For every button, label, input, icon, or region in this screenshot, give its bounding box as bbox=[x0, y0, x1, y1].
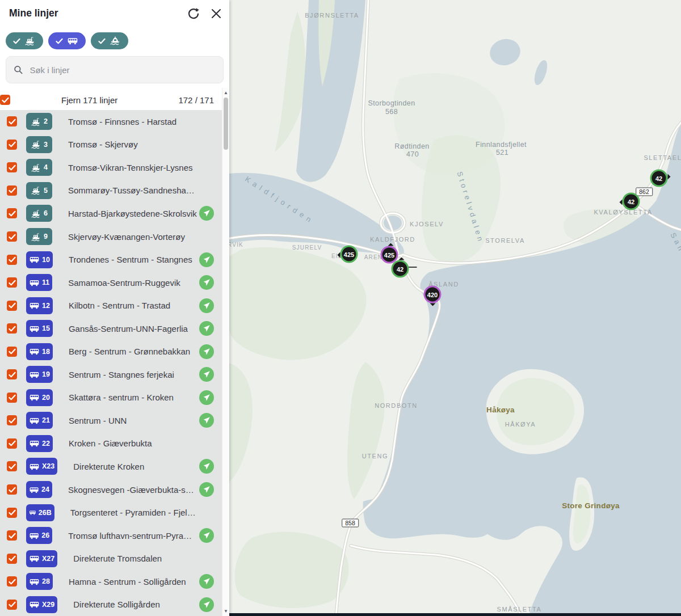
close-button[interactable] bbox=[209, 7, 224, 22]
line-badge: 22 bbox=[26, 435, 53, 452]
vehicle-marker[interactable]: 42 bbox=[650, 170, 668, 187]
line-checkbox[interactable] bbox=[7, 530, 17, 541]
live-position-icon[interactable] bbox=[199, 482, 214, 497]
line-name: Direkterute Tromsdalen bbox=[73, 554, 197, 563]
line-checkbox[interactable] bbox=[7, 508, 17, 518]
map-bottom-edge bbox=[229, 613, 681, 616]
line-row[interactable]: 22 Kroken - Giæverbukta bbox=[0, 432, 222, 455]
line-row[interactable]: X27 Direkterute Tromsdalen bbox=[0, 547, 222, 570]
vehicle-icon bbox=[31, 233, 41, 241]
line-checkbox[interactable] bbox=[7, 277, 17, 288]
live-position-icon[interactable] bbox=[199, 574, 214, 589]
line-checkbox[interactable] bbox=[7, 231, 17, 242]
line-checkbox[interactable] bbox=[7, 438, 17, 449]
live-position-icon[interactable] bbox=[199, 390, 214, 405]
live-position-icon[interactable] bbox=[199, 206, 214, 221]
line-name: Tromsø - Skjervøy bbox=[68, 140, 197, 149]
line-row[interactable]: 10 Trondenes - Sentrum - Stangnes bbox=[0, 248, 222, 271]
scroll-down-arrow[interactable]: ▼ bbox=[222, 609, 229, 614]
close-icon bbox=[210, 7, 222, 20]
vehicle-marker[interactable]: 42 bbox=[392, 260, 409, 278]
line-checkbox[interactable] bbox=[7, 140, 17, 150]
line-checkbox[interactable] bbox=[7, 461, 17, 471]
map-label: Storelvdalen bbox=[455, 171, 485, 245]
search-input[interactable] bbox=[28, 65, 216, 75]
map-label: KJOSELV bbox=[410, 221, 444, 227]
line-row[interactable]: 6 Harstad-Bjarkøystedene-Skrolsvik bbox=[0, 202, 222, 225]
check-icon bbox=[98, 38, 106, 44]
line-row[interactable]: 4 Tromsø-Vikran-Tennskjer-Lysnes bbox=[0, 156, 222, 179]
scrollbar-thumb[interactable] bbox=[224, 98, 228, 150]
vehicle-icon bbox=[29, 370, 40, 379]
line-checkbox[interactable] bbox=[7, 162, 17, 172]
line-checkbox[interactable] bbox=[7, 347, 17, 357]
line-row[interactable]: 5 Sommarøy-Tussøy-Sandneshamn bbox=[0, 179, 222, 202]
line-row[interactable]: 24 Skognesvegen -Giæverbukta-sen... bbox=[0, 478, 222, 501]
live-position-icon[interactable] bbox=[199, 298, 214, 313]
line-name: Tromsø lufthavn-sentrum-Pyrami... bbox=[68, 531, 197, 541]
line-checkbox[interactable] bbox=[7, 255, 17, 265]
live-position-icon[interactable] bbox=[199, 275, 214, 290]
line-checkbox[interactable] bbox=[7, 208, 17, 218]
vehicle-marker[interactable]: 42 bbox=[623, 193, 640, 210]
line-row[interactable]: 11 Samamoa-Sentrum-Ruggevik bbox=[0, 271, 222, 294]
line-row[interactable]: 28 Hamna - Sentrum - Solligården bbox=[0, 570, 222, 593]
line-row[interactable]: 26B Torgsenteret - Pyramiden - Fjellheis… bbox=[0, 501, 222, 524]
vehicle-marker[interactable]: 420 bbox=[424, 286, 442, 303]
boat-filter-pill[interactable] bbox=[91, 32, 128, 49]
line-row[interactable]: 2 Tromsø - Finnsnes - Harstad bbox=[0, 110, 222, 133]
road-number-badge: 858 bbox=[342, 519, 359, 528]
line-row[interactable]: 18 Berg - Sentrum - Grønnebakkan bbox=[0, 340, 222, 363]
refresh-button[interactable] bbox=[186, 7, 201, 22]
live-position-icon[interactable] bbox=[199, 528, 214, 543]
live-position-icon[interactable] bbox=[199, 413, 214, 428]
line-checkbox[interactable] bbox=[7, 415, 17, 425]
line-row[interactable]: 12 Kilbotn - Sentrum - Trastad bbox=[0, 294, 222, 317]
line-checkbox[interactable] bbox=[7, 600, 17, 610]
line-row[interactable]: X29 Direkterute Solligården bbox=[0, 593, 222, 616]
map[interactable]: BJØRNSLETTAStorbogtinden568Rødtinden470F… bbox=[229, 0, 681, 616]
map-label: BJØRNSLETTA bbox=[305, 12, 359, 19]
line-checkbox[interactable] bbox=[7, 484, 17, 495]
line-checkbox[interactable] bbox=[7, 393, 17, 403]
live-position-icon[interactable] bbox=[199, 597, 214, 612]
line-number: 10 bbox=[42, 256, 50, 264]
live-position-icon[interactable] bbox=[199, 459, 214, 474]
line-number: 4 bbox=[44, 163, 48, 171]
line-row[interactable]: 9 Skjervøy-Kvænangen-Vorterøy bbox=[0, 225, 222, 248]
select-all-checkbox[interactable] bbox=[0, 95, 10, 105]
live-position-icon[interactable] bbox=[199, 367, 214, 382]
line-row[interactable]: 21 Sentrum - UNN bbox=[0, 409, 222, 432]
map-label: Storbogtinden bbox=[368, 99, 415, 107]
map-label: SJURELV bbox=[292, 244, 322, 251]
clear-lines-label[interactable]: Fjern 171 linjer bbox=[61, 95, 117, 105]
line-row[interactable]: 15 Gansås-Sentrum-UNN-Fagerlia bbox=[0, 317, 222, 340]
line-checkbox[interactable] bbox=[7, 576, 17, 587]
live-position-icon[interactable] bbox=[199, 321, 214, 336]
vehicle-icon bbox=[29, 462, 40, 471]
live-position-icon[interactable] bbox=[199, 252, 214, 267]
line-number: 24 bbox=[41, 486, 49, 493]
line-checkbox[interactable] bbox=[7, 323, 17, 334]
scrollbar[interactable]: ▲ ▼ bbox=[222, 88, 229, 616]
vehicle-icon bbox=[29, 416, 40, 425]
scroll-up-arrow[interactable]: ▲ bbox=[222, 90, 229, 95]
line-row[interactable]: X23 Direkterute Kroken bbox=[0, 455, 222, 478]
bus-filter-pill[interactable] bbox=[48, 32, 86, 49]
line-row[interactable]: 26 Tromsø lufthavn-sentrum-Pyrami... bbox=[0, 524, 222, 547]
map-label: Håkøya bbox=[486, 406, 515, 414]
line-checkbox[interactable] bbox=[7, 185, 17, 196]
line-number: X23 bbox=[42, 462, 54, 470]
line-row[interactable]: 20 Skattøra - sentrum - Kroken bbox=[0, 386, 222, 410]
line-checkbox[interactable] bbox=[7, 369, 17, 379]
live-position-icon[interactable] bbox=[199, 344, 214, 359]
vehicle-marker[interactable]: 425 bbox=[340, 246, 358, 263]
line-checkbox[interactable] bbox=[7, 301, 17, 311]
line-number: 19 bbox=[42, 370, 50, 378]
line-row[interactable]: 3 Tromsø - Skjervøy bbox=[0, 133, 222, 157]
line-checkbox[interactable] bbox=[7, 554, 17, 564]
line-row[interactable]: 19 Sentrum - Stangnes ferjekai bbox=[0, 363, 222, 386]
ferry-filter-pill[interactable] bbox=[6, 32, 43, 49]
line-number: 21 bbox=[42, 416, 50, 424]
line-checkbox[interactable] bbox=[7, 116, 17, 126]
